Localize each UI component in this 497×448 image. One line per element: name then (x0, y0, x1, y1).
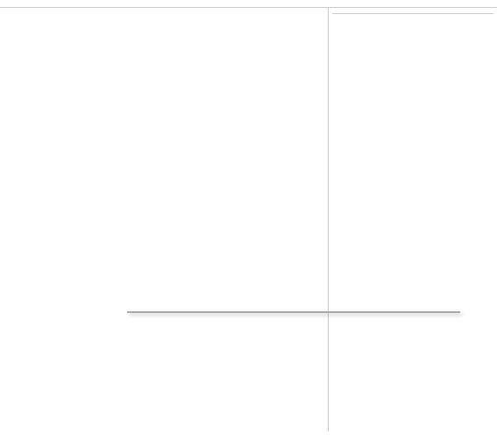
right-panel (329, 8, 497, 431)
column-headers (332, 11, 493, 14)
context-menu (127, 311, 460, 313)
title-bar (0, 0, 497, 8)
right-content (332, 16, 493, 18)
main-layout (0, 8, 497, 431)
tree-panel (0, 8, 329, 431)
